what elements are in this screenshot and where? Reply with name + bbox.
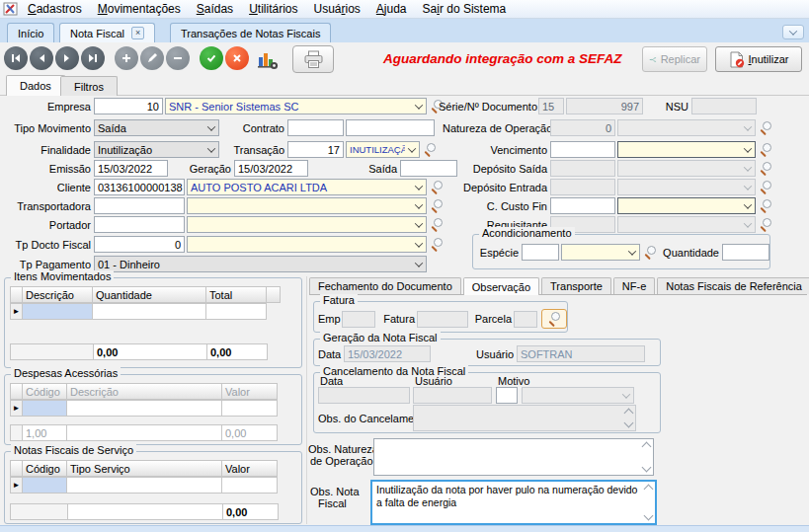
scroll-up-icon[interactable]	[642, 442, 652, 452]
servico-cell-valor[interactable]	[221, 477, 278, 494]
menu-item-sair[interactable]: Sair do Sistema	[415, 2, 515, 16]
tab-transacoes[interactable]: Transações de Notas Fiscais	[170, 23, 331, 42]
quantidade-input[interactable]	[722, 244, 769, 261]
fatura-parcela-input[interactable]	[514, 311, 537, 328]
tab-dados[interactable]: Dados	[6, 75, 65, 96]
itens-cell-quantidade[interactable]	[92, 303, 206, 320]
itens-col-total[interactable]: Total	[205, 286, 267, 303]
transacao-search-icon[interactable]	[422, 142, 438, 158]
tab-nfe[interactable]: NF-e	[613, 277, 655, 294]
vencimento-select[interactable]	[617, 141, 756, 158]
fatura-fatura-input[interactable]	[417, 311, 468, 328]
transacao-code-input[interactable]: 17	[287, 141, 344, 158]
menu-item-ajuda[interactable]: Ajuda	[368, 2, 415, 16]
tab-fechamento[interactable]: Fechamento do Documento	[309, 277, 461, 294]
menu-item-utilitarios[interactable]: Utilitários	[241, 2, 305, 16]
tab-inicio[interactable]: Início	[7, 23, 54, 42]
previous-record-button[interactable]	[30, 46, 53, 70]
custo-fin-code-input[interactable]	[550, 197, 615, 214]
menu-item-movimentacoes[interactable]: Movimentações	[90, 2, 189, 16]
scroll-down-icon[interactable]	[642, 463, 652, 473]
servico-table-row[interactable]: ►	[11, 477, 295, 494]
emissao-input[interactable]: 15/03/2022	[94, 160, 168, 177]
itens-cell-total[interactable]	[205, 303, 267, 320]
numero-documento-input[interactable]: 997	[566, 98, 643, 114]
empresa-code-input[interactable]: 10	[94, 98, 163, 114]
deposito-entrada-search-icon[interactable]	[758, 180, 773, 195]
transacao-select[interactable]: INUTILIZAÇÃO	[346, 141, 420, 158]
print-button[interactable]	[292, 45, 334, 73]
portador-select[interactable]	[187, 216, 427, 233]
inutilizar-button[interactable]: Inutilizar	[715, 46, 802, 72]
scroll-down-icon[interactable]	[624, 418, 634, 428]
itens-table-row[interactable]: ►	[11, 303, 295, 320]
obs-natureza-textarea[interactable]	[373, 438, 654, 476]
geracao-input[interactable]: 15/03/2022	[234, 160, 308, 177]
cliente-select[interactable]: AUTO POSTO ACARI LTDA	[187, 179, 427, 195]
natureza-code-input[interactable]: 0	[550, 119, 615, 136]
vencimento-code-input[interactable]	[550, 141, 615, 158]
custo-fin-search-icon[interactable]	[758, 198, 773, 214]
close-icon[interactable]: ×	[131, 27, 144, 39]
serie-input[interactable]: 15	[538, 98, 564, 114]
deposito-saida-search-icon[interactable]	[758, 161, 773, 177]
requisitante-search-icon[interactable]	[758, 217, 773, 233]
tab-filtros[interactable]: Filtros	[60, 76, 118, 96]
first-record-button[interactable]	[4, 46, 28, 70]
tp-pagamento-select[interactable]: 01 - Dinheiro	[94, 256, 427, 272]
servico-col-valor[interactable]: Valor	[221, 460, 278, 477]
requisitante-select[interactable]	[617, 216, 756, 233]
empresa-select[interactable]: SNR - Senior Sistemas SC	[165, 98, 427, 114]
especie-code-input[interactable]	[522, 244, 559, 261]
cancelamento-motivo-input[interactable]	[496, 387, 518, 404]
tab-notas-referencia[interactable]: Notas Fiscais de Referência	[657, 277, 809, 294]
especie-search-icon[interactable]	[642, 245, 656, 261]
menu-item-saidas[interactable]: Saídas	[189, 2, 241, 16]
natureza-select[interactable]	[617, 119, 756, 136]
custo-fin-select[interactable]	[617, 197, 756, 214]
itens-col-quantidade[interactable]: Quantidade	[92, 286, 206, 303]
cliente-code-input[interactable]: 03136100000138	[94, 179, 185, 195]
fatura-emp-input[interactable]	[342, 311, 375, 328]
contrato-code-input[interactable]	[287, 119, 344, 136]
nsu-input[interactable]	[691, 98, 757, 114]
itens-cell-descricao[interactable]	[22, 303, 93, 320]
contrato-desc-input[interactable]	[346, 119, 435, 136]
next-record-button[interactable]	[55, 46, 79, 70]
obs-nota-fiscal-textarea[interactable]: Inutilização da nota por haver pulo na n…	[370, 480, 657, 525]
tab-overflow-button[interactable]	[782, 25, 804, 39]
scroll-up-icon[interactable]	[624, 409, 634, 418]
transportadora-code-input[interactable]	[94, 197, 185, 214]
deposito-saida-code-input[interactable]	[550, 160, 615, 177]
tab-transporte[interactable]: Transporte	[541, 277, 611, 294]
itens-col-descricao[interactable]: Descrição	[22, 286, 93, 303]
cancel-button[interactable]	[225, 46, 249, 70]
deposito-entrada-select[interactable]	[617, 179, 756, 195]
servico-cell-tipo[interactable]	[66, 477, 222, 494]
vencimento-search-icon[interactable]	[758, 142, 773, 158]
scroll-up-icon[interactable]	[644, 485, 654, 494]
last-record-button[interactable]	[81, 46, 105, 70]
confirm-button[interactable]	[200, 46, 223, 70]
natureza-search-icon[interactable]	[758, 120, 773, 136]
edit-record-button[interactable]	[140, 46, 164, 70]
especie-select[interactable]	[561, 244, 640, 261]
replicar-button[interactable]: Replicar	[642, 46, 707, 72]
menu-item-usuarios[interactable]: Usuários	[305, 2, 367, 16]
delete-record-button[interactable]	[166, 46, 190, 70]
tp-docto-search-icon[interactable]	[429, 237, 445, 253]
portador-code-input[interactable]	[94, 216, 185, 233]
tp-docto-code-input[interactable]: 0	[94, 236, 185, 253]
servico-col-tipo[interactable]: Tipo Serviço	[66, 460, 222, 477]
servico-col-codigo[interactable]: Código	[22, 460, 67, 477]
transportadora-select[interactable]	[187, 197, 427, 214]
tab-nota-fiscal[interactable]: Nota Fiscal ×	[59, 23, 155, 42]
cancelamento-motivo-select[interactable]	[522, 387, 634, 404]
tp-docto-select[interactable]	[187, 236, 427, 253]
servico-cell-codigo[interactable]	[22, 477, 67, 494]
finalidade-select[interactable]: Inutilização	[94, 141, 219, 158]
scroll-down-icon[interactable]	[644, 511, 654, 521]
menu-item-cadastros[interactable]: Cadastros	[20, 2, 90, 16]
deposito-saida-select[interactable]	[617, 160, 756, 177]
chart-button[interactable]	[255, 47, 281, 71]
